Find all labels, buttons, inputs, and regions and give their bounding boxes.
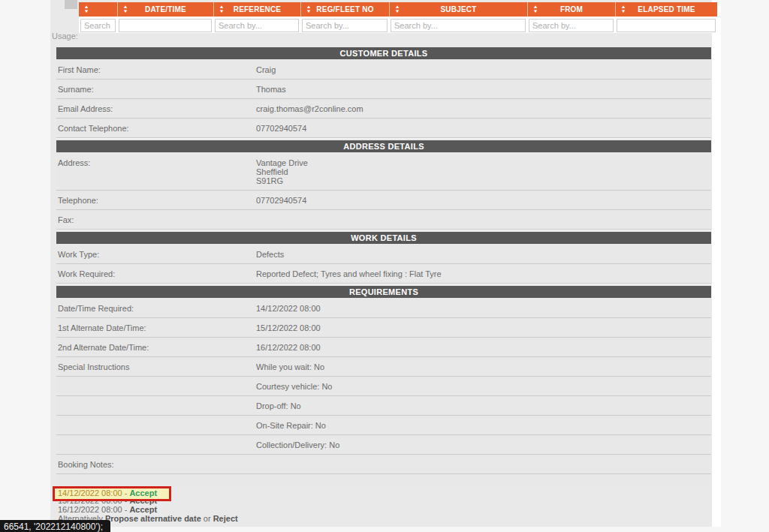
status-tooltip: 66541, '202212140800'); (0, 520, 110, 532)
column-header-from[interactable]: ▲▼ FROM (527, 2, 615, 17)
reject-link[interactable]: Reject (213, 514, 238, 523)
detail-value: 07702940574 (255, 119, 711, 137)
search-input-subject[interactable] (391, 19, 526, 32)
detail-row-special-instructions: Special Instructions While you wait: No (56, 357, 711, 377)
sort-icon: ▲▼ (219, 5, 224, 14)
detail-value: 16/12/2022 08:00 (255, 338, 711, 356)
accept-option-highlighted[interactable]: 14/12/2022 08:00 - Accept (53, 486, 171, 501)
detail-row-onsite-repair: On-Site Repair: No (56, 416, 711, 435)
detail-value: Reported Defect; Tyres and wheel fixing … (255, 264, 711, 283)
detail-row-courtesy-vehicle: Courtesy vehicle: No (56, 377, 711, 396)
detail-label: Special Instructions (56, 357, 255, 376)
filter-cell (213, 17, 300, 33)
search-input-reference[interactable] (215, 19, 299, 32)
detail-value: Courtesy vehicle: No (255, 377, 711, 395)
detail-value: Defects (255, 245, 711, 263)
detail-row-work-type: Work Type: Defects (56, 245, 711, 264)
detail-label: First Name: (56, 60, 255, 79)
section-header-address-details: ADDRESS DETAILS (56, 140, 711, 152)
sort-down-icon: ▼ (219, 9, 224, 14)
grid-filter-row (79, 17, 717, 33)
detail-value: Vantage Drive Sheffield S91RG (255, 153, 711, 190)
column-header-label: FROM (560, 5, 583, 14)
booking-decision-links: 14/12/2022 08:00 - Accept 15/12/2022 08:… (58, 486, 238, 523)
section-header-requirements: REQUIREMENTS (56, 286, 711, 298)
sort-icon: ▲▼ (123, 5, 128, 14)
detail-label: Work Type: (56, 245, 255, 263)
detail-value: 14/12/2022 08:00 (255, 299, 711, 317)
detail-label: Email Address: (56, 99, 255, 118)
detail-row-work-required: Work Required: Reported Defect; Tyres an… (56, 264, 711, 284)
detail-row-contact-telephone: Contact Telephone: 07702940574 (56, 119, 711, 138)
detail-value: Drop-off: No (255, 396, 711, 415)
filter-cell (615, 17, 717, 33)
search-input-blank[interactable] (80, 19, 116, 32)
detail-value: Collection/Delivery: No (255, 435, 711, 454)
sort-icon: ▲▼ (533, 5, 538, 14)
filter-cell (527, 17, 615, 33)
filter-cell (389, 17, 527, 33)
detail-value: While you wait: No (255, 357, 711, 376)
search-input-elapsed[interactable] (617, 19, 716, 32)
detail-label: Address: (56, 153, 255, 190)
sort-down-icon: ▼ (394, 9, 400, 14)
column-header-label: DATE/TIME (145, 5, 186, 14)
detail-label: Booking Notes: (56, 455, 255, 473)
search-input-from[interactable] (529, 19, 614, 32)
accept-link[interactable]: Accept (129, 505, 157, 514)
column-header-datetime[interactable]: ▲▼ DATE/TIME (117, 2, 213, 17)
detail-row-second-alternate: 2nd Alternate Date/Time: 16/12/2022 08:0… (56, 338, 711, 357)
section-header-work-details: WORK DETAILS (56, 232, 711, 244)
background-fragment (65, 0, 77, 9)
detail-row-drop-off: Drop-off: No (56, 396, 711, 416)
section-header-customer-details: CUSTOMER DETAILS (56, 47, 711, 59)
detail-row-telephone: Telephone: 07702940574 (56, 191, 711, 210)
propose-alternative-date-link[interactable]: Propose alternative date (105, 514, 201, 523)
detail-label: 2nd Alternate Date/Time: (56, 338, 255, 356)
accept-option-datetime: 14/12/2022 08:00 - (58, 488, 129, 497)
detail-value: On-Site Repair: No (255, 416, 711, 434)
search-input-regfleet[interactable] (302, 19, 388, 32)
column-header-blank[interactable]: ▲▼ (79, 2, 117, 17)
detail-row-address: Address: Vantage Drive Sheffield S91RG (56, 153, 711, 191)
detail-value: craig.thomas@r2conline.com (255, 99, 711, 118)
detail-value (255, 455, 711, 473)
spacer-row (56, 474, 711, 487)
sort-down-icon: ▼ (122, 9, 128, 14)
column-header-label: SUBJECT (440, 5, 476, 14)
detail-row-fax: Fax: (56, 210, 711, 230)
detail-value: 15/12/2022 08:00 (255, 318, 711, 337)
detail-row-surname: Surname: Thomas (56, 80, 711, 99)
detail-label: Contact Telephone: (56, 119, 255, 137)
detail-value: 07702940574 (255, 191, 711, 209)
detail-value: Thomas (255, 80, 711, 98)
column-header-label: REG/FLEET NO (316, 5, 373, 14)
sort-down-icon: ▼ (620, 9, 626, 14)
detail-row-booking-notes: Booking Notes: (56, 455, 711, 474)
search-input-datetime[interactable] (119, 19, 212, 32)
sort-down-icon: ▼ (83, 9, 89, 14)
sort-down-icon: ▼ (532, 9, 538, 14)
accept-link[interactable]: Accept (129, 488, 157, 497)
detail-row-datetime-required: Date/Time Required: 14/12/2022 08:00 (56, 299, 711, 318)
sort-down-icon: ▼ (306, 9, 311, 14)
booking-details: CUSTOMER DETAILS First Name: Craig Surna… (56, 45, 711, 487)
column-header-reference[interactable]: ▲▼ REFERENCE (213, 2, 300, 17)
detail-label (56, 416, 255, 434)
sort-icon: ▲▼ (84, 5, 89, 14)
sort-icon: ▲▼ (621, 5, 626, 14)
filter-cell (117, 17, 213, 33)
filter-cell (79, 17, 117, 33)
detail-label (56, 396, 255, 415)
detail-row-email: Email Address: craig.thomas@r2conline.co… (56, 99, 711, 119)
detail-label: Fax: (56, 210, 255, 229)
alternative-middle: or (201, 514, 213, 523)
detail-label: Work Required: (56, 264, 255, 283)
column-header-elapsed[interactable]: ▲▼ ELAPSED TIME (615, 2, 717, 17)
column-header-regfleet[interactable]: ▲▼ REG/FLEET NO (300, 2, 389, 17)
accept-option-datetime: 16/12/2022 08:00 - (58, 505, 129, 514)
column-header-subject[interactable]: ▲▼ SUBJECT (389, 2, 527, 17)
detail-row-collection-delivery: Collection/Delivery: No (56, 435, 711, 455)
detail-value: Craig (255, 60, 711, 79)
detail-label (56, 435, 255, 454)
